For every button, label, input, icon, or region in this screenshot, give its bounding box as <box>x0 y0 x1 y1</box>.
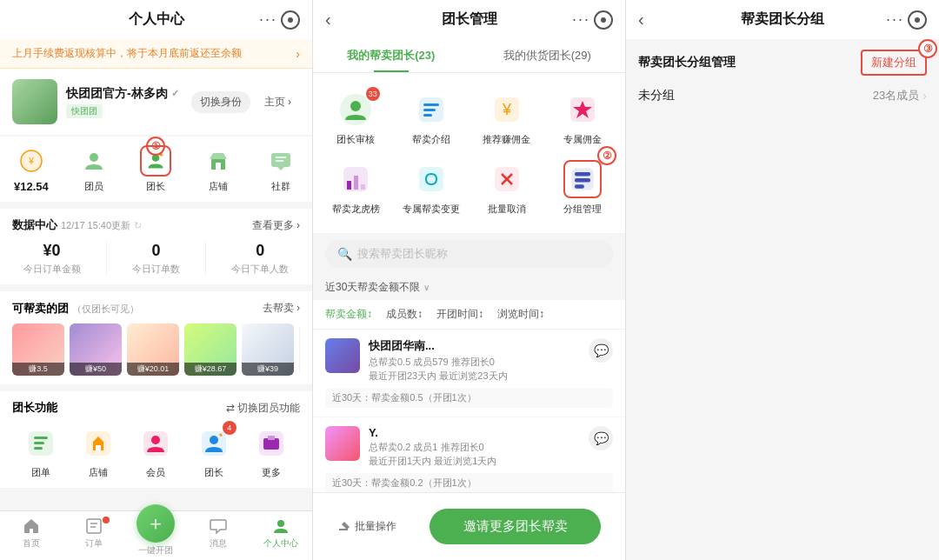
p1-switch-btn[interactable]: 切换身份 <box>191 91 250 113</box>
p1-menu-community[interactable]: 社群 <box>250 145 312 193</box>
p1-nav-messages[interactable]: 消息 <box>187 517 250 557</box>
p2-func-intro-label: 帮卖介绍 <box>412 133 450 146</box>
p1-nav-home[interactable]: 首页 <box>0 517 63 557</box>
p2-invite-btn[interactable]: 邀请更多团长帮卖 <box>430 509 601 544</box>
p1-gf-label-1: 团单 <box>31 466 50 479</box>
p1-nav-create[interactable]: ＋ 一键开团 <box>125 517 188 557</box>
p1-community-icon <box>265 145 296 177</box>
p1-nav-profile[interactable]: 个人中心 <box>250 517 312 557</box>
p1-menu-money[interactable]: ¥ ¥12.54 <box>0 145 63 193</box>
panel-personal-center: 个人中心 ··· 上月手续费返现核算中，将于本月底前返还至余额 › 快团团官方-… <box>0 0 313 560</box>
p1-more-icon[interactable]: ··· <box>259 10 277 29</box>
orders-icon <box>84 517 103 536</box>
svg-rect-6 <box>271 153 290 167</box>
p2-more-icon[interactable]: ··· <box>572 10 590 29</box>
p3-new-group-btn[interactable]: 新建分组 <box>861 50 927 76</box>
p1-dc-link[interactable]: 查看更多 › <box>252 218 300 233</box>
p1-notice-bar[interactable]: 上月手续费返现核算中，将于本月底前返还至余额 › <box>0 39 312 69</box>
p1-product-5-earn: 赚¥39 <box>242 363 294 376</box>
p2-func-change[interactable]: 专属帮卖变更 <box>394 153 470 223</box>
p1-avatar-img <box>12 79 57 124</box>
p1-gf-item-1[interactable]: 团单 <box>22 424 60 479</box>
p2-back-icon[interactable]: ‹ <box>325 10 331 30</box>
p1-main-link[interactable]: 主页 › <box>256 91 300 113</box>
p2-li-chat-2[interactable]: 💬 <box>589 426 613 450</box>
svg-point-28 <box>350 101 361 111</box>
p2-sort-members[interactable]: 成员数↕ <box>386 307 423 322</box>
p1-avail-link[interactable]: 去帮卖 › <box>263 301 300 316</box>
p2-list-item-1[interactable]: 快团团华南... 总帮卖0.5 成员579 推荐团长0 最近开团23天内 最近浏… <box>313 330 625 417</box>
p2-func-group-manage[interactable]: ② 分组管理 <box>544 153 620 223</box>
p3-target-icon[interactable] <box>908 10 927 30</box>
p1-menu-icons: ¥ ¥12.54 团员 团长 ① 店铺 <box>0 137 312 202</box>
svg-point-2 <box>90 153 98 162</box>
p1-menu-members[interactable]: 团员 <box>63 145 125 193</box>
p1-user-card: 快团团官方-林多肉 ✓ 快团团 切换身份 主页 › <box>0 69 312 135</box>
p1-product-3[interactable]: 赚¥20.01 <box>127 323 179 376</box>
svg-point-26 <box>277 520 284 527</box>
p2-func-exclusive[interactable]: 专属佣金 <box>544 83 620 153</box>
p1-nav-plus-icon[interactable]: ＋ <box>137 504 175 543</box>
p1-user-name: 快团团官方-林多肉 ✓ <box>66 86 183 102</box>
p1-dc-refresh-icon[interactable]: ↻ <box>134 220 142 231</box>
p2-li-avatar-2 <box>325 426 360 461</box>
p3-list-item-ungrouped[interactable]: 未分组 23名成员 › <box>626 76 939 117</box>
p1-avail-title: 可帮卖的团 <box>12 302 69 315</box>
p3-li-arrow-ungrouped: › <box>922 89 927 103</box>
p1-products-list: 赚3.5 赚¥50 赚¥20.01 赚¥28.67 赚¥39 5 <box>12 323 300 376</box>
p2-tab-my-sellers[interactable]: 我的帮卖团长(23) <box>313 39 470 72</box>
p1-product-4[interactable]: 赚¥28.67 <box>184 323 236 376</box>
p2-filter-arrow: ∨ <box>423 283 430 292</box>
p2-sort-opentime[interactable]: 开团时间↕ <box>436 307 483 322</box>
p2-func-review[interactable]: 33 团长审核 <box>318 83 394 153</box>
p1-gf-item-4[interactable]: 4 团长 <box>195 424 233 479</box>
p1-nav-create-label: 一键开团 <box>138 544 173 557</box>
p2-func-recommend-label: 推荐赚佣金 <box>483 133 530 146</box>
p1-product-2[interactable]: 赚¥50 <box>70 323 122 376</box>
p1-menu-leader[interactable]: 团长 ① <box>125 145 188 193</box>
p1-shop-label: 店铺 <box>209 180 228 193</box>
p1-product-1[interactable]: 赚3.5 <box>12 323 64 376</box>
p2-filter-row[interactable]: 近30天帮卖金额不限 ∨ <box>313 275 625 300</box>
p1-data-center: 数据中心 12/17 15:40更新 ↻ 查看更多 › ¥0 今日订单金额 0 … <box>0 209 312 284</box>
p1-community-label: 社群 <box>271 180 290 193</box>
p2-sort-amount[interactable]: 帮卖金额↕ <box>325 307 372 322</box>
p1-gf-item-3[interactable]: 会员 <box>137 424 175 479</box>
p1-gf-item-5[interactable]: 更多 <box>252 424 290 479</box>
p2-li-chat-1[interactable]: 💬 <box>589 338 613 363</box>
p1-product-5[interactable]: 赚¥39 <box>242 323 294 376</box>
p3-more-icon[interactable]: ··· <box>886 10 904 29</box>
p2-func-intro[interactable]: 帮卖介绍 <box>394 83 470 153</box>
svg-rect-37 <box>347 181 351 190</box>
p1-gf-header: 团长功能 ⇄ 切换团员功能 <box>12 400 300 416</box>
profile-icon <box>271 517 290 536</box>
p2-func-recommend[interactable]: ¥ 推荐赚佣金 <box>470 83 545 153</box>
p2-func-group-manage-icon <box>563 160 602 198</box>
p2-li-info-1: 快团团华南... 总帮卖0.5 成员579 推荐团长0 最近开团23天内 最近浏… <box>369 338 580 383</box>
p1-title: 个人中心 <box>129 10 184 29</box>
p1-nav-orders[interactable]: 订单 <box>63 517 125 557</box>
p2-func-ranking[interactable]: 帮卖龙虎榜 <box>318 153 394 223</box>
panel-group-management: ‹ 团长管理 ··· 我的帮卖团长(23) 我的供货团长(29) 33 团长审核… <box>313 0 626 560</box>
p3-back-icon[interactable]: ‹ <box>638 10 644 30</box>
p3-new-btn-wrapper: 新建分组 ③ <box>861 50 927 76</box>
p1-menu-shop[interactable]: 店铺 <box>187 145 250 193</box>
p1-cart-product[interactable]: 5 <box>299 323 300 376</box>
p2-search-bar[interactable]: 🔍 搜索帮卖团长昵称 <box>325 240 613 268</box>
p2-target-icon[interactable] <box>594 10 613 30</box>
p1-target-icon[interactable] <box>281 10 300 30</box>
p1-product-2-earn: 赚¥50 <box>70 363 122 376</box>
p1-leader-label: 团长 <box>146 180 165 193</box>
p2-func-batch-cancel[interactable]: 批量取消 <box>470 153 545 223</box>
p1-avail-header: 可帮卖的团 （仅团长可见） 去帮卖 › <box>12 300 300 317</box>
p3-topbar: ‹ 帮卖团长分组 ··· <box>626 0 939 39</box>
p2-search-icon: 🔍 <box>337 247 352 261</box>
edit-icon <box>337 520 351 534</box>
svg-rect-12 <box>34 437 48 439</box>
p2-list-item-2[interactable]: Y. 总帮卖0.2 成员1 推荐团长0 最近开团1天内 最近浏览1天内 💬 近3… <box>313 417 625 492</box>
p1-gf-link[interactable]: ⇄ 切换团员功能 <box>226 401 300 416</box>
p2-sort-browsetime[interactable]: 浏览时间↕ <box>497 307 544 322</box>
p1-gf-item-2[interactable]: 店铺 <box>79 424 117 479</box>
p2-tab-supply-leaders[interactable]: 我的供货团长(29) <box>470 39 626 72</box>
p2-batch-btn[interactable]: 批量操作 <box>325 512 409 541</box>
